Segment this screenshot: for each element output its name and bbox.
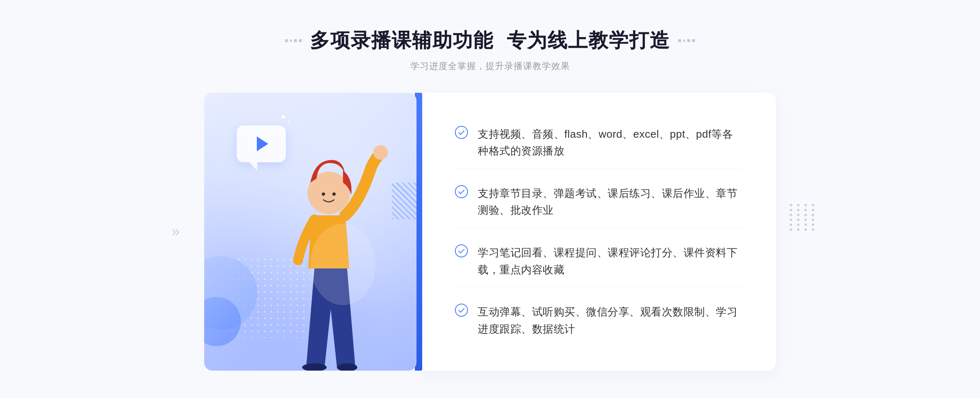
svg-point-2	[373, 145, 388, 160]
feature-item-4: 互动弹幕、试听购买、微信分享、观看次数限制、学习进度跟踪、数据统计	[455, 295, 743, 346]
feature-text-3: 学习笔记回看、课程提问、课程评论打分、课件资料下载，重点内容收藏	[478, 244, 743, 278]
check-circle-icon-1	[455, 126, 468, 139]
content-area: »	[204, 93, 776, 371]
chevron-left-icon: »	[172, 223, 180, 240]
svg-point-4	[322, 192, 325, 196]
check-mark-3	[458, 247, 465, 254]
left-decoration: »	[172, 223, 180, 240]
check-circle-icon-4	[455, 304, 468, 317]
illustration-card	[204, 93, 416, 371]
title-dots-right	[678, 39, 695, 42]
header-section: 多项录播课辅助功能 专为线上教学打造 学习进度全掌握，提升录播课教学效果	[0, 27, 980, 72]
person-illustration	[261, 134, 400, 371]
feature-text-2: 支持章节目录、弹题考试、课后练习、课后作业、章节测验、批改作业	[478, 185, 743, 219]
bubble-tail	[249, 162, 257, 170]
main-title: 多项录播课辅助功能 专为线上教学打造	[310, 27, 670, 54]
feature-text-4: 互动弹幕、试听购买、微信分享、观看次数限制、学习进度跟踪、数据统计	[478, 304, 743, 338]
feature-item-1: 支持视频、音频、flash、word、excel、ppt、pdf等各种格式的资源…	[455, 118, 743, 168]
title-dots-left	[285, 39, 302, 42]
svg-point-6	[310, 224, 376, 305]
check-circle-icon-3	[455, 244, 468, 257]
dots-grid	[790, 204, 817, 231]
feature-text-1: 支持视频、音频、flash、word、excel、ppt、pdf等各种格式的资源…	[478, 126, 743, 160]
page-container: 多项录播课辅助功能 专为线上教学打造 学习进度全掌握，提升录播课教学效果 »	[0, 27, 980, 371]
right-decoration-dots	[790, 204, 817, 231]
title-row: 多项录播课辅助功能 专为线上教学打造	[0, 27, 980, 54]
subtitle: 学习进度全掌握，提升录播课教学效果	[0, 60, 980, 72]
features-panel: 支持视频、音频、flash、word、excel、ppt、pdf等各种格式的资源…	[422, 93, 776, 371]
check-mark-1	[458, 128, 465, 135]
feature-item-3: 学习笔记回看、课程提问、课程评论打分、课件资料下载，重点内容收藏	[455, 236, 743, 287]
feature-item-2: 支持章节目录、弹题考试、课后练习、课后作业、章节测验、批改作业	[455, 177, 743, 228]
check-circle-icon-2	[455, 185, 468, 198]
check-mark-4	[458, 306, 465, 313]
svg-point-5	[332, 192, 336, 196]
check-mark-2	[458, 188, 465, 195]
